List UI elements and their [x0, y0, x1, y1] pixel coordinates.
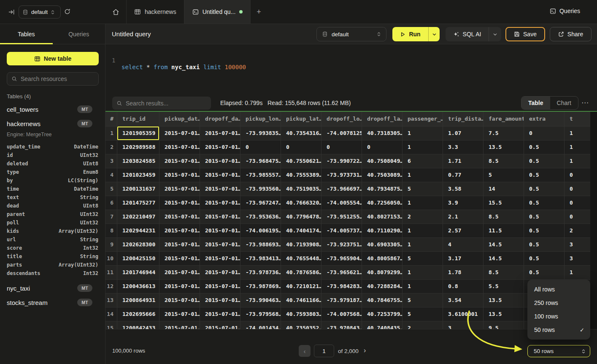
table-cell[interactable]: 3.6100001 [443, 307, 484, 321]
table-cell[interactable]: 40.7404174… [281, 224, 321, 237]
table-cell[interactable]: 0 [321, 140, 362, 154]
table-cell[interactable]: 0.8 [443, 280, 484, 293]
table-cell[interactable]: 8.5 [484, 210, 524, 224]
run-options-button[interactable] [428, 27, 440, 41]
table-cell[interactable]: 2015-07-01… [200, 307, 240, 321]
table-cell[interactable]: 2015-07-01… [159, 196, 200, 210]
table-cell[interactable]: -73.951255… [321, 210, 362, 224]
table-cell[interactable]: 2015-07-01… [200, 294, 240, 307]
resource-search[interactable] [7, 72, 99, 86]
tab-home[interactable] [105, 0, 127, 24]
table-cell[interactable]: 2015-07-01… [159, 210, 200, 224]
table-cell[interactable]: 40.8005867… [362, 252, 403, 265]
table-cell[interactable]: 1 [403, 140, 443, 154]
column-header[interactable]: dropoff_la… [362, 112, 403, 126]
table-cell[interactable]: 2015-07-01… [200, 321, 240, 329]
table-cell[interactable]: 40.7934875… [362, 182, 403, 196]
table-cell[interactable]: 40.6903305… [362, 238, 403, 251]
table-cell[interactable]: -73.970843… [321, 321, 362, 329]
table-cell[interactable]: 1 [403, 266, 443, 279]
sql-editor[interactable]: 1 select * from nyc_taxi limit 100000 [105, 44, 597, 95]
table-cell[interactable]: 40.7354316… [281, 127, 321, 140]
table-cell[interactable]: 2015-07-01… [200, 168, 240, 182]
menu-item-all-rows[interactable]: All rows [527, 283, 590, 296]
table-cell[interactable]: 0 [524, 127, 565, 140]
results-search-input[interactable] [126, 100, 207, 107]
table-cell[interactable]: 2015-07-01… [200, 238, 240, 251]
menu-item-250-rows[interactable]: 250 rows [527, 296, 590, 310]
table-cell[interactable]: 3.17 [443, 252, 484, 265]
query-database-selector[interactable]: default [316, 27, 386, 41]
table-cell[interactable]: 40.7408435… [362, 321, 403, 329]
table-cell[interactable]: 40.7210121… [281, 280, 321, 293]
table-cell[interactable]: 1201023459 [117, 168, 159, 182]
table-cell[interactable]: 40.8027153… [362, 210, 403, 224]
table-cell[interactable]: -73.965904… [321, 252, 362, 265]
table-cell[interactable]: 13.5 [484, 307, 524, 321]
table-cell[interactable]: 40.7110290… [362, 224, 403, 237]
table-cell[interactable]: 2015-07-01… [159, 321, 200, 329]
table-cell[interactable]: 2015-07-01… [159, 154, 200, 168]
table-cell[interactable]: 2015-07-01… [159, 252, 200, 265]
table-cell[interactable]: -73.985557… [240, 168, 281, 182]
table-cell[interactable]: -73.984283… [321, 280, 362, 293]
table-cell[interactable]: -73.987869… [240, 280, 281, 293]
table-cell[interactable]: -73.983413… [240, 252, 281, 265]
table-cell[interactable]: 5.5 [484, 280, 524, 293]
table-cell[interactable]: 40.7666320… [281, 196, 321, 210]
table-cell[interactable]: 1202944231 [117, 224, 159, 237]
table-cell[interactable]: 40.7846755… [362, 294, 403, 307]
table-cell[interactable]: 11.5 [484, 224, 524, 237]
sql-ai-button[interactable]: SQL AI [446, 31, 489, 38]
table-cell[interactable]: 5 [484, 168, 524, 182]
table-cell[interactable]: -74.005737… [321, 224, 362, 237]
table-cell[interactable]: -73.966697… [321, 182, 362, 196]
table-cell[interactable]: 0.5 [524, 252, 565, 265]
table-cell[interactable]: 1202628300 [117, 238, 159, 251]
table-cell[interactable]: -74.005554… [321, 196, 362, 210]
table-cell[interactable]: 1200131637 [117, 182, 159, 196]
table-cell[interactable]: 2 [403, 210, 443, 224]
table-cell[interactable]: 40.7519035… [281, 182, 321, 196]
table-cell[interactable]: -73.993835… [240, 127, 281, 140]
table-cell[interactable]: 2015-07-01… [200, 280, 240, 293]
sidebar-item-stocks-stream[interactable]: stocks_stream MT [0, 295, 105, 310]
table-cell[interactable]: 2015-07-01… [200, 140, 240, 154]
table-cell[interactable]: 1 [403, 224, 443, 237]
table-cell[interactable]: 3.3 [443, 140, 484, 154]
table-cell[interactable]: 40.7461166… [281, 294, 321, 307]
table-cell[interactable]: 1.71 [443, 154, 484, 168]
table-cell[interactable]: 5 [403, 294, 443, 307]
column-header[interactable]: fare_amount [484, 112, 524, 126]
table-cell[interactable]: 2015-07-01… [200, 196, 240, 210]
table-cell[interactable]: 14 [484, 182, 524, 196]
run-button[interactable]: Run [392, 31, 428, 38]
resource-search-input[interactable] [21, 75, 97, 82]
table-cell[interactable]: 0.5 [524, 182, 565, 196]
database-selector[interactable]: default [19, 5, 61, 19]
sql-ai-options-button[interactable] [489, 27, 501, 41]
prev-page-button[interactable]: ‹ [299, 345, 311, 357]
table-cell[interactable]: -73.965621… [321, 266, 362, 279]
table-cell[interactable]: 40.7655448… [281, 252, 321, 265]
save-button[interactable]: Save [505, 27, 545, 41]
table-cell[interactable]: 40.7593803… [281, 307, 321, 321]
table-cell[interactable]: 3.58 [443, 182, 484, 196]
table-cell[interactable]: 1200425150 [117, 252, 159, 265]
table-cell[interactable]: 1200436613 [117, 280, 159, 293]
table-cell[interactable]: 2015-07-01… [200, 182, 240, 196]
page-number-input[interactable] [314, 345, 334, 357]
table-cell[interactable]: -74.007568… [321, 307, 362, 321]
column-header[interactable]: dropoff_da… [200, 112, 240, 126]
table-cell[interactable]: 2015-07-01… [159, 224, 200, 237]
results-search[interactable] [112, 97, 211, 110]
table-cell[interactable]: 40.7350352… [281, 321, 321, 329]
table-cell[interactable]: 2015-07-01… [200, 154, 240, 168]
view-tab-table[interactable]: Table [521, 97, 550, 109]
table-cell[interactable]: -73.953636… [240, 210, 281, 224]
column-header[interactable]: extra [524, 112, 565, 126]
table-cell[interactable]: 2015-07-01… [159, 182, 200, 196]
table-cell[interactable]: 2015-07-01… [159, 238, 200, 251]
table-cell[interactable]: 9.5 [484, 321, 524, 329]
column-header[interactable]: passenger_… [403, 112, 443, 126]
